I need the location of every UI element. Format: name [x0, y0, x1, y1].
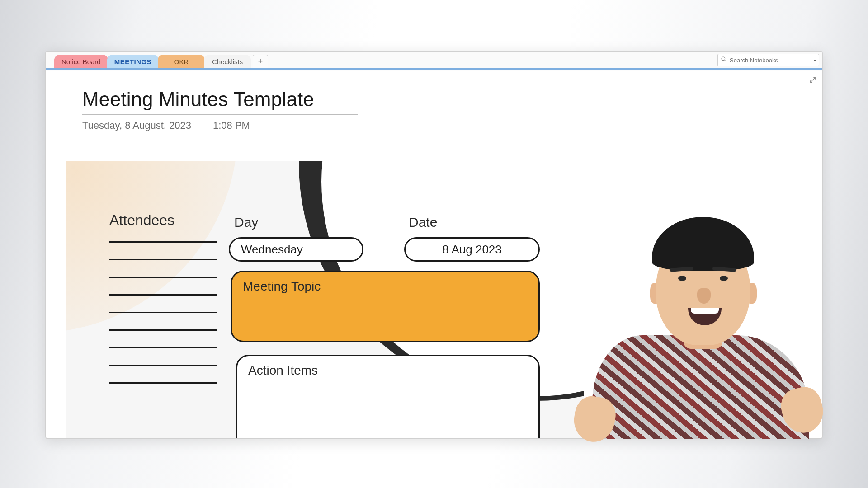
presenter-teeth [691, 308, 719, 314]
chevron-down-icon[interactable]: ▾ [814, 58, 816, 63]
attendee-line[interactable] [109, 294, 217, 296]
day-input[interactable] [241, 243, 351, 257]
action-items-box[interactable]: Action Items [236, 355, 540, 439]
page-meta: Tuesday, 8 August, 2023 1:08 PM [82, 120, 358, 131]
tab-label: OKR [174, 58, 189, 66]
presenter-body [592, 335, 809, 439]
attendee-line[interactable] [109, 329, 217, 331]
page-title[interactable]: Meeting Minutes Template [82, 88, 358, 115]
plus-icon: + [258, 57, 263, 66]
page-title-block: Meeting Minutes Template Tuesday, 8 Augu… [82, 88, 358, 131]
tab-label: Notice Board [61, 58, 101, 66]
page-date: Tuesday, 8 August, 2023 [82, 120, 191, 131]
attendee-line[interactable] [109, 347, 217, 348]
presenter-nose [697, 288, 711, 304]
meeting-topic-box[interactable]: Meeting Topic [231, 271, 540, 342]
date-label: Date [409, 215, 437, 230]
attendee-line[interactable] [109, 241, 217, 243]
date-input[interactable] [416, 243, 528, 257]
presenter-eye [678, 276, 686, 281]
attendee-line[interactable] [109, 365, 217, 366]
date-field[interactable] [404, 237, 540, 262]
tab-meetings[interactable]: MEETINGS [107, 55, 159, 68]
attendees-section: Attendees [109, 212, 217, 400]
meeting-minutes-canvas[interactable]: Attendees Day Date [66, 161, 584, 439]
search-icon [721, 56, 727, 64]
tab-notice-board[interactable]: Notice Board [54, 55, 108, 68]
meeting-topic-label: Meeting Topic [243, 279, 528, 294]
action-items-label: Action Items [248, 363, 528, 378]
attendee-line[interactable] [109, 277, 217, 278]
tab-label: Checklists [212, 58, 243, 66]
tab-label: MEETINGS [114, 58, 151, 66]
tab-checklists[interactable]: Checklists [204, 55, 251, 68]
tab-okr[interactable]: OKR [158, 55, 205, 68]
svg-line-1 [725, 60, 726, 62]
day-label: Day [234, 215, 258, 230]
search-notebooks[interactable]: ▾ [717, 54, 819, 66]
attendee-line[interactable] [109, 259, 217, 260]
page-time: 1:08 PM [213, 120, 250, 131]
search-input[interactable] [730, 57, 811, 64]
day-field[interactable] [229, 237, 363, 262]
presenter-eye [720, 276, 728, 281]
section-tab-strip: Notice Board MEETINGS OKR Checklists + [46, 52, 822, 70]
svg-point-0 [722, 57, 725, 61]
attendee-line[interactable] [109, 382, 217, 384]
presenter-overlay [570, 267, 827, 439]
attendees-label: Attendees [109, 212, 217, 229]
add-section-button[interactable]: + [253, 55, 268, 68]
attendee-line[interactable] [109, 312, 217, 313]
expand-page-button[interactable] [808, 75, 817, 84]
